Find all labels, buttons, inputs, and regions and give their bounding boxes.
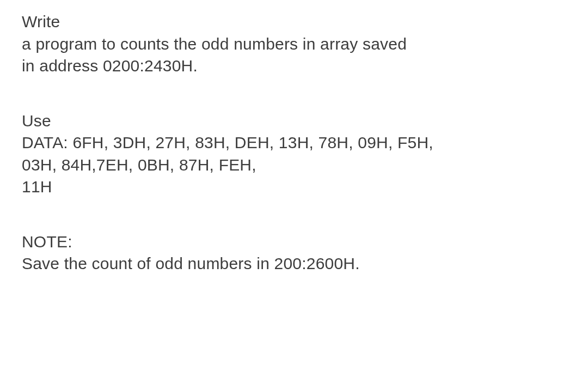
note-section: NOTE: Save the count of odd numbers in 2… <box>22 231 566 275</box>
data-section: Use DATA: 6FH, 3DH, 27H, 83H, DEH, 13H, … <box>22 110 566 198</box>
text-line: Write <box>22 11 566 33</box>
text-line: Use <box>22 110 566 132</box>
text-line: 03H, 84H,7EH, 0BH, 87H, FEH, <box>22 154 566 177</box>
problem-statement: Write a program to counts the odd number… <box>22 11 566 77</box>
text-line: Save the count of odd numbers in 200:260… <box>22 253 566 275</box>
text-line: DATA: 6FH, 3DH, 27H, 83H, DEH, 13H, 78H,… <box>22 132 566 154</box>
text-line: a program to counts the odd numbers in a… <box>22 33 566 56</box>
text-line: 11H <box>22 176 566 198</box>
text-line: NOTE: <box>22 231 566 253</box>
document-content: Write a program to counts the odd number… <box>22 11 566 275</box>
text-line: in address 0200:2430H. <box>22 55 566 77</box>
